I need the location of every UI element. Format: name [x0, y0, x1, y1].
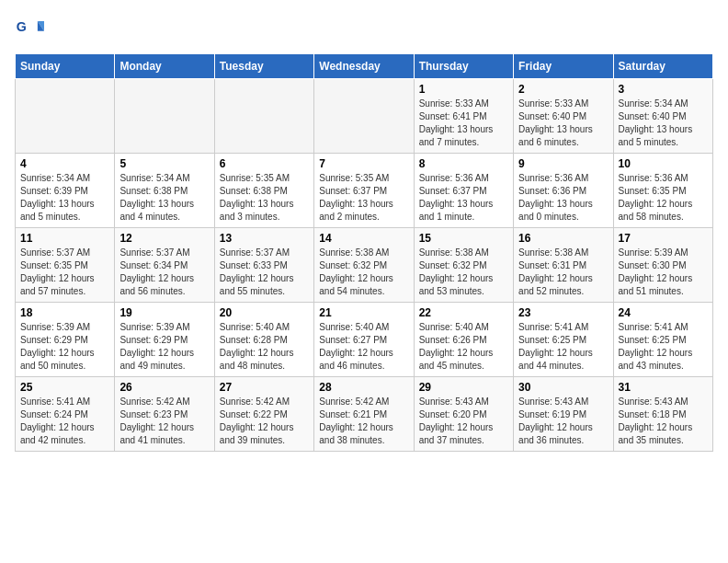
day-number: 6: [220, 157, 309, 170]
calendar-cell: 5Sunrise: 5:34 AMSunset: 6:38 PMDaylight…: [115, 154, 214, 228]
day-number: 25: [20, 381, 109, 394]
day-info: Sunrise: 5:37 AMSunset: 6:33 PMDaylight:…: [220, 247, 309, 298]
calendar-cell: 17Sunrise: 5:39 AMSunset: 6:30 PMDayligh…: [613, 228, 712, 303]
calendar-cell: 19Sunrise: 5:39 AMSunset: 6:29 PMDayligh…: [115, 303, 214, 377]
day-number: 16: [518, 232, 608, 245]
calendar-cell: 1Sunrise: 5:33 AMSunset: 6:41 PMDaylight…: [414, 79, 513, 154]
calendar-cell: 8Sunrise: 5:36 AMSunset: 6:37 PMDaylight…: [414, 154, 513, 228]
header-tuesday: Tuesday: [214, 54, 313, 79]
day-number: 2: [518, 83, 608, 96]
day-info: Sunrise: 5:39 AMSunset: 6:30 PMDaylight:…: [619, 247, 708, 298]
calendar-cell: 20Sunrise: 5:40 AMSunset: 6:28 PMDayligh…: [214, 303, 313, 377]
calendar-cell: 3Sunrise: 5:34 AMSunset: 6:40 PMDaylight…: [613, 79, 712, 154]
calendar-cell: 7Sunrise: 5:35 AMSunset: 6:37 PMDaylight…: [314, 154, 414, 228]
day-info: Sunrise: 5:35 AMSunset: 6:38 PMDaylight:…: [220, 172, 309, 224]
day-info: Sunrise: 5:34 AMSunset: 6:40 PMDaylight:…: [619, 98, 708, 149]
day-number: 26: [119, 381, 209, 394]
day-info: Sunrise: 5:43 AMSunset: 6:19 PMDaylight:…: [518, 396, 608, 447]
day-number: 1: [419, 83, 508, 96]
calendar-week-row: 11Sunrise: 5:37 AMSunset: 6:35 PMDayligh…: [16, 228, 713, 303]
day-number: 4: [20, 157, 109, 170]
day-number: 23: [518, 306, 608, 319]
day-info: Sunrise: 5:36 AMSunset: 6:35 PMDaylight:…: [619, 172, 708, 224]
day-number: 22: [419, 306, 508, 319]
calendar-cell: 13Sunrise: 5:37 AMSunset: 6:33 PMDayligh…: [214, 228, 313, 303]
day-info: Sunrise: 5:40 AMSunset: 6:26 PMDaylight:…: [419, 321, 508, 373]
day-info: Sunrise: 5:40 AMSunset: 6:27 PMDaylight:…: [319, 321, 408, 373]
calendar-week-row: 4Sunrise: 5:34 AMSunset: 6:39 PMDaylight…: [16, 154, 713, 228]
calendar-table: SundayMondayTuesdayWednesdayThursdayFrid…: [15, 53, 713, 452]
day-info: Sunrise: 5:36 AMSunset: 6:36 PMDaylight:…: [518, 172, 608, 224]
day-number: 12: [119, 232, 209, 245]
day-number: 24: [619, 306, 708, 319]
day-number: 28: [319, 381, 408, 394]
day-number: 30: [518, 381, 608, 394]
header-friday: Friday: [514, 54, 613, 79]
calendar-cell: [214, 79, 313, 154]
calendar-cell: 10Sunrise: 5:36 AMSunset: 6:35 PMDayligh…: [613, 154, 712, 228]
calendar-cell: 25Sunrise: 5:41 AMSunset: 6:24 PMDayligh…: [16, 377, 115, 452]
day-number: 10: [619, 157, 708, 170]
calendar-cell: 4Sunrise: 5:34 AMSunset: 6:39 PMDaylight…: [16, 154, 115, 228]
day-number: 9: [518, 157, 608, 170]
calendar-cell: 24Sunrise: 5:41 AMSunset: 6:25 PMDayligh…: [613, 303, 712, 377]
day-info: Sunrise: 5:33 AMSunset: 6:40 PMDaylight:…: [518, 98, 608, 149]
logo-icon: G: [15, 15, 44, 44]
day-number: 19: [119, 306, 209, 319]
day-info: Sunrise: 5:43 AMSunset: 6:18 PMDaylight:…: [619, 396, 708, 447]
header-monday: Monday: [115, 54, 214, 79]
day-info: Sunrise: 5:42 AMSunset: 6:23 PMDaylight:…: [119, 396, 209, 447]
calendar-cell: [115, 79, 214, 154]
day-info: Sunrise: 5:38 AMSunset: 6:32 PMDaylight:…: [319, 247, 408, 298]
calendar-cell: 27Sunrise: 5:42 AMSunset: 6:22 PMDayligh…: [214, 377, 313, 452]
calendar-cell: [314, 79, 414, 154]
day-number: 14: [319, 232, 408, 245]
day-info: Sunrise: 5:37 AMSunset: 6:34 PMDaylight:…: [119, 247, 209, 298]
calendar-cell: 9Sunrise: 5:36 AMSunset: 6:36 PMDaylight…: [514, 154, 613, 228]
day-info: Sunrise: 5:33 AMSunset: 6:41 PMDaylight:…: [419, 98, 508, 149]
day-number: 7: [319, 157, 408, 170]
calendar-week-row: 18Sunrise: 5:39 AMSunset: 6:29 PMDayligh…: [16, 303, 713, 377]
day-number: 20: [220, 306, 309, 319]
header-sunday: Sunday: [16, 54, 115, 79]
day-info: Sunrise: 5:41 AMSunset: 6:25 PMDaylight:…: [518, 321, 608, 373]
day-info: Sunrise: 5:34 AMSunset: 6:39 PMDaylight:…: [20, 172, 109, 224]
calendar-cell: 6Sunrise: 5:35 AMSunset: 6:38 PMDaylight…: [214, 154, 313, 228]
header-wednesday: Wednesday: [314, 54, 414, 79]
calendar-cell: 28Sunrise: 5:42 AMSunset: 6:21 PMDayligh…: [314, 377, 414, 452]
calendar-week-row: 1Sunrise: 5:33 AMSunset: 6:41 PMDaylight…: [16, 79, 713, 154]
day-info: Sunrise: 5:38 AMSunset: 6:32 PMDaylight:…: [419, 247, 508, 298]
day-number: 27: [220, 381, 309, 394]
calendar-cell: 23Sunrise: 5:41 AMSunset: 6:25 PMDayligh…: [514, 303, 613, 377]
logo: G: [15, 15, 48, 44]
day-info: Sunrise: 5:38 AMSunset: 6:31 PMDaylight:…: [518, 247, 608, 298]
day-number: 3: [619, 83, 708, 96]
day-number: 11: [20, 232, 109, 245]
calendar-cell: 30Sunrise: 5:43 AMSunset: 6:19 PMDayligh…: [514, 377, 613, 452]
day-info: Sunrise: 5:41 AMSunset: 6:24 PMDaylight:…: [20, 396, 109, 447]
day-info: Sunrise: 5:34 AMSunset: 6:38 PMDaylight:…: [119, 172, 209, 224]
day-info: Sunrise: 5:43 AMSunset: 6:20 PMDaylight:…: [419, 396, 508, 447]
day-number: 5: [119, 157, 209, 170]
day-info: Sunrise: 5:39 AMSunset: 6:29 PMDaylight:…: [119, 321, 209, 373]
calendar-cell: 18Sunrise: 5:39 AMSunset: 6:29 PMDayligh…: [16, 303, 115, 377]
day-info: Sunrise: 5:36 AMSunset: 6:37 PMDaylight:…: [419, 172, 508, 224]
calendar-cell: 15Sunrise: 5:38 AMSunset: 6:32 PMDayligh…: [414, 228, 513, 303]
day-info: Sunrise: 5:42 AMSunset: 6:21 PMDaylight:…: [319, 396, 408, 447]
calendar-cell: 21Sunrise: 5:40 AMSunset: 6:27 PMDayligh…: [314, 303, 414, 377]
calendar-cell: [16, 79, 115, 154]
day-info: Sunrise: 5:35 AMSunset: 6:37 PMDaylight:…: [319, 172, 408, 224]
header-saturday: Saturday: [613, 54, 712, 79]
calendar-cell: 12Sunrise: 5:37 AMSunset: 6:34 PMDayligh…: [115, 228, 214, 303]
calendar-cell: 26Sunrise: 5:42 AMSunset: 6:23 PMDayligh…: [115, 377, 214, 452]
calendar-header-row: SundayMondayTuesdayWednesdayThursdayFrid…: [16, 54, 713, 79]
calendar-cell: 14Sunrise: 5:38 AMSunset: 6:32 PMDayligh…: [314, 228, 414, 303]
svg-text:G: G: [17, 19, 27, 34]
day-number: 31: [619, 381, 708, 394]
day-info: Sunrise: 5:39 AMSunset: 6:29 PMDaylight:…: [20, 321, 109, 373]
calendar-cell: 29Sunrise: 5:43 AMSunset: 6:20 PMDayligh…: [414, 377, 513, 452]
day-number: 15: [419, 232, 508, 245]
calendar-cell: 11Sunrise: 5:37 AMSunset: 6:35 PMDayligh…: [16, 228, 115, 303]
calendar-cell: 31Sunrise: 5:43 AMSunset: 6:18 PMDayligh…: [613, 377, 712, 452]
calendar-cell: 22Sunrise: 5:40 AMSunset: 6:26 PMDayligh…: [414, 303, 513, 377]
